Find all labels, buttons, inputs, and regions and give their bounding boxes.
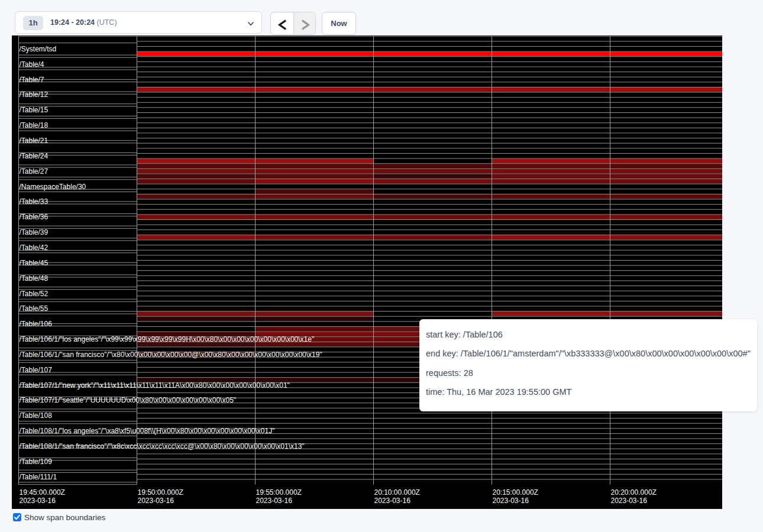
svg-text:/Table/36: /Table/36 [20,213,49,221]
svg-text:20:15:00.000Z: 20:15:00.000Z [493,488,538,497]
svg-text:2023-03-16: 2023-03-16 [20,497,56,505]
svg-text:/Table/18: /Table/18 [20,121,49,129]
svg-text:2023-03-16: 2023-03-16 [138,497,174,505]
svg-text:/NamespaceTable/30: /NamespaceTable/30 [20,183,86,191]
svg-text:/Table/108/1/"san francisco"/": /Table/108/1/"san francisco"/"\x8c\xcc\x… [20,442,305,450]
svg-text:/System/tsd: /System/tsd [20,45,57,53]
svg-text:/Table/42: /Table/42 [20,244,49,252]
svg-text:2023-03-16: 2023-03-16 [256,497,293,505]
svg-text:/Table/106/1/"los angeles"/"\x: /Table/106/1/"los angeles"/"\x99\x99\x99… [20,335,315,343]
svg-text:19:45:00.000Z: 19:45:00.000Z [20,488,65,497]
svg-text:/Table/108: /Table/108 [20,411,53,420]
svg-text:/Table/111/1: /Table/111/1 [20,473,57,481]
svg-text:/Table/107: /Table/107 [20,366,53,374]
svg-text:/Table/48: /Table/48 [20,274,49,283]
svg-text:/Table/55: /Table/55 [20,304,49,313]
svg-text:/Table/108/1/"los angeles"/"\x: /Table/108/1/"los angeles"/"\xa8\xf5\u00… [20,427,275,435]
svg-text:/Table/39: /Table/39 [20,228,49,236]
svg-text:/Table/4: /Table/4 [20,60,44,69]
svg-text:/Table/52: /Table/52 [20,290,49,298]
svg-text:/Table/106/1/"san francisco"/": /Table/106/1/"san francisco"/"\x80\x00\x… [20,351,322,359]
svg-text:/Table/107/1/"new york"/"\x11\: /Table/107/1/"new york"/"\x11\x11\x11\x1… [20,381,290,390]
svg-text:19:50:00.000Z: 19:50:00.000Z [138,488,183,497]
svg-text:2023-03-16: 2023-03-16 [611,497,648,505]
svg-text:20:20:00.000Z: 20:20:00.000Z [611,488,657,497]
svg-text:19:55:00.000Z: 19:55:00.000Z [256,488,302,497]
svg-text:2023-03-16: 2023-03-16 [374,497,411,505]
svg-text:20:10:00.000Z: 20:10:00.000Z [374,488,420,497]
svg-text:/Table/27: /Table/27 [20,167,49,176]
svg-text:/Table/106: /Table/106 [20,320,53,328]
svg-text:/Table/21: /Table/21 [20,137,49,145]
svg-text:/Table/109: /Table/109 [20,458,53,466]
svg-text:/Table/45: /Table/45 [20,259,49,267]
svg-text:/Table/12: /Table/12 [20,90,49,99]
svg-text:/Table/24: /Table/24 [20,152,49,160]
svg-text:2023-03-16: 2023-03-16 [493,497,529,505]
svg-text:/Table/15: /Table/15 [20,106,49,114]
svg-text:/Table/33: /Table/33 [20,197,49,206]
svg-text:/Table/7: /Table/7 [20,76,44,84]
svg-text:/Table/107/1/"seattle"/"UUUUUU: /Table/107/1/"seattle"/"UUUUUUD\x00\x80\… [20,396,237,404]
